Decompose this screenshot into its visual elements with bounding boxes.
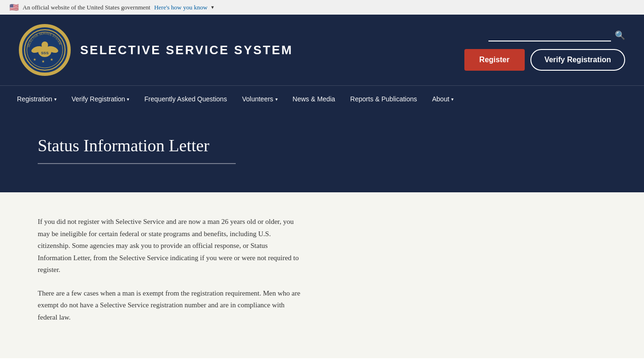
content-body: If you did not register with Selective S…	[38, 216, 302, 323]
svg-text:★: ★	[33, 58, 36, 62]
search-button[interactable]: 🔍	[615, 30, 625, 41]
search-bar: 🔍	[488, 29, 625, 41]
verify-registration-button[interactable]: Verify Registration	[530, 49, 625, 71]
content-paragraph-1: If you did not register with Selective S…	[38, 216, 302, 276]
nav-label-about: About	[432, 95, 450, 103]
search-input[interactable]	[488, 29, 611, 41]
nav-item-verify: Verify Registration ▾	[64, 86, 137, 112]
svg-text:★: ★	[50, 58, 53, 62]
gov-banner-text: An official website of the United States…	[23, 4, 150, 11]
nav-chevron-volunteers: ▾	[275, 97, 278, 102]
nav-item-faq: Frequently Asked Questions	[137, 86, 234, 112]
nav-link-about[interactable]: About ▾	[425, 86, 462, 112]
main-nav: Registration ▾ Verify Registration ▾ Fre…	[0, 85, 644, 112]
how-you-know-link[interactable]: Here's how you know	[154, 4, 207, 11]
register-button[interactable]: Register	[464, 49, 525, 71]
nav-label-reports: Reports & Publications	[350, 95, 417, 103]
nav-item-volunteers: Volunteers ▾	[234, 86, 285, 112]
banner-chevron-icon: ▾	[211, 4, 214, 10]
site-header: SSS SELECTIVE SERVICE SYSTEM ★ ★ ★ SELEC…	[0, 15, 644, 85]
header-right: 🔍 Register Verify Registration	[464, 29, 625, 71]
svg-point-3	[41, 41, 48, 48]
logo-inner: SSS SELECTIVE SERVICE SYSTEM ★ ★ ★	[21, 26, 69, 74]
nav-label-verify: Verify Registration	[72, 95, 125, 103]
nav-link-volunteers[interactable]: Volunteers ▾	[234, 86, 285, 112]
nav-link-verify[interactable]: Verify Registration ▾	[64, 86, 137, 112]
nav-label-news: News & Media	[293, 95, 335, 103]
nav-link-reports[interactable]: Reports & Publications	[343, 86, 425, 112]
content-paragraph-2: There are a few cases when a man is exem…	[38, 288, 302, 324]
nav-label-volunteers: Volunteers	[242, 95, 273, 103]
nav-item-reports: Reports & Publications	[343, 86, 425, 112]
nav-link-news[interactable]: News & Media	[285, 86, 343, 112]
page-hero: Status Information Letter	[0, 112, 644, 192]
seal-svg: SSS SELECTIVE SERVICE SYSTEM ★ ★ ★	[24, 29, 66, 71]
nav-item-registration: Registration ▾	[9, 86, 64, 112]
nav-chevron-registration: ▾	[54, 97, 57, 102]
nav-chevron-verify: ▾	[127, 97, 129, 102]
nav-chevron-about: ▾	[451, 97, 454, 102]
nav-label-faq: Frequently Asked Questions	[144, 95, 227, 103]
search-icon: 🔍	[615, 31, 625, 40]
main-content: If you did not register with Selective S…	[0, 192, 644, 358]
page-title-divider	[38, 163, 236, 164]
flag-icon: 🇺🇸	[9, 3, 19, 12]
logo-seal: SSS SELECTIVE SERVICE SYSTEM ★ ★ ★	[19, 24, 71, 76]
site-logo: SSS SELECTIVE SERVICE SYSTEM ★ ★ ★ SELEC…	[19, 24, 293, 76]
nav-link-faq[interactable]: Frequently Asked Questions	[137, 86, 234, 112]
nav-list: Registration ▾ Verify Registration ▾ Fre…	[0, 86, 644, 112]
header-buttons: Register Verify Registration	[464, 49, 625, 71]
gov-banner: 🇺🇸 An official website of the United Sta…	[0, 0, 644, 15]
svg-text:SSS: SSS	[41, 51, 49, 55]
svg-text:★: ★	[41, 59, 45, 64]
page-title: Status Information Letter	[38, 136, 606, 156]
nav-item-about: About ▾	[425, 86, 462, 112]
site-title: SELECTIVE SERVICE SYSTEM	[80, 43, 293, 58]
nav-label-registration: Registration	[17, 95, 52, 103]
nav-link-registration[interactable]: Registration ▾	[9, 86, 64, 112]
nav-item-news: News & Media	[285, 86, 343, 112]
